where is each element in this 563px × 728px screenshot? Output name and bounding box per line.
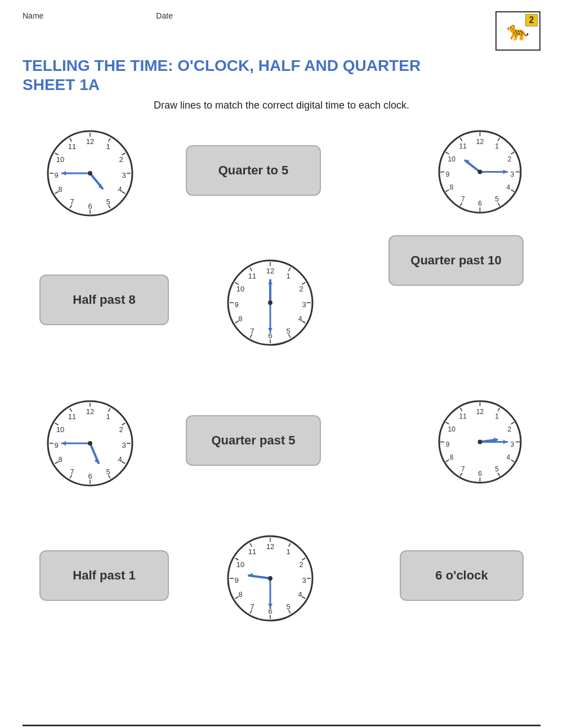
svg-text:2: 2 (119, 426, 123, 434)
svg-text:1: 1 (495, 143, 499, 151)
svg-text:11: 11 (248, 548, 256, 556)
svg-text:2: 2 (299, 285, 303, 294)
svg-text:12: 12 (476, 138, 484, 146)
svg-text:6: 6 (478, 200, 482, 208)
svg-text:7: 7 (70, 198, 74, 206)
svg-point-180 (268, 576, 272, 581)
clock-6: 12 1 2 3 4 5 6 7 8 9 10 11 (225, 533, 315, 623)
svg-text:5: 5 (106, 468, 110, 477)
svg-text:12: 12 (86, 408, 94, 416)
svg-text:3: 3 (122, 172, 126, 180)
clock-3: 12 1 2 3 4 5 6 7 8 9 10 11 (225, 258, 315, 348)
svg-text:9: 9 (446, 170, 450, 178)
svg-text:8: 8 (58, 186, 62, 194)
svg-text:10: 10 (56, 156, 64, 164)
svg-text:1: 1 (106, 413, 110, 421)
svg-text:7: 7 (461, 465, 465, 473)
svg-text:5: 5 (286, 327, 290, 336)
svg-text:8: 8 (238, 315, 242, 323)
svg-text:3: 3 (122, 442, 126, 450)
svg-text:7: 7 (461, 195, 465, 203)
svg-text:4: 4 (298, 591, 302, 599)
svg-point-120 (88, 441, 92, 446)
svg-text:10: 10 (448, 155, 455, 163)
svg-text:3: 3 (302, 577, 306, 585)
svg-text:10: 10 (448, 425, 455, 433)
svg-text:1: 1 (495, 413, 499, 421)
svg-text:11: 11 (68, 413, 76, 421)
svg-text:9: 9 (446, 441, 450, 448)
svg-text:5: 5 (286, 603, 290, 612)
label-quarter-past-10: Quarter past 10 (388, 235, 524, 286)
svg-text:4: 4 (506, 183, 510, 191)
date-label: Date (156, 11, 173, 20)
clock-5: 12 1 2 3 4 5 6 7 8 9 10 11 (436, 398, 524, 486)
svg-text:1: 1 (286, 548, 290, 556)
logo-box: 2 🐆 (495, 11, 540, 51)
svg-text:5: 5 (495, 195, 499, 203)
svg-text:3: 3 (511, 441, 515, 448)
label-6-oclock: 6 o'clock (400, 550, 524, 601)
svg-point-60 (477, 170, 482, 174)
svg-text:5: 5 (106, 198, 110, 206)
svg-text:7: 7 (250, 327, 254, 336)
svg-text:5: 5 (495, 465, 499, 473)
name-label: Name (23, 11, 43, 20)
svg-text:7: 7 (250, 603, 254, 612)
svg-text:8: 8 (238, 591, 242, 599)
svg-text:6: 6 (478, 470, 482, 478)
svg-text:9: 9 (234, 577, 238, 585)
svg-text:12: 12 (476, 408, 484, 416)
svg-point-30 (88, 171, 92, 176)
svg-text:2: 2 (119, 156, 123, 164)
svg-text:2: 2 (507, 155, 511, 163)
svg-text:10: 10 (236, 561, 244, 569)
svg-text:10: 10 (56, 426, 64, 434)
svg-point-150 (477, 440, 482, 444)
svg-text:9: 9 (54, 172, 58, 180)
svg-text:9: 9 (54, 442, 58, 450)
label-half-past-8: Half past 8 (39, 275, 169, 325)
svg-text:6: 6 (88, 473, 92, 481)
svg-text:3: 3 (302, 301, 306, 309)
svg-text:8: 8 (450, 453, 454, 461)
svg-text:8: 8 (450, 183, 454, 191)
svg-text:9: 9 (234, 301, 238, 309)
svg-text:4: 4 (118, 186, 122, 194)
clock-1: 12 1 2 3 4 5 6 7 8 9 10 11 (45, 128, 135, 218)
svg-text:6: 6 (88, 203, 92, 211)
label-quarter-to-5: Quarter to 5 (186, 145, 321, 196)
svg-text:7: 7 (70, 468, 74, 477)
svg-text:1: 1 (286, 272, 290, 281)
svg-text:12: 12 (86, 138, 94, 146)
clock-4: 12 1 2 3 4 5 6 7 8 9 10 11 (45, 398, 135, 488)
svg-text:4: 4 (298, 315, 302, 323)
svg-text:1: 1 (106, 143, 110, 151)
svg-text:11: 11 (459, 413, 467, 421)
label-half-past-1: Half past 1 (39, 550, 169, 601)
svg-text:2: 2 (299, 561, 303, 569)
svg-text:4: 4 (118, 456, 122, 464)
svg-text:8: 8 (58, 456, 62, 464)
clock-2: 12 1 2 3 4 5 6 7 8 9 10 11 (436, 128, 524, 215)
page-title: TELLING THE TIME: O'CLOCK, HALF AND QUAR… (23, 56, 540, 94)
svg-text:11: 11 (68, 143, 76, 151)
logo-number: 2 (525, 14, 538, 26)
svg-text:10: 10 (236, 285, 244, 294)
subtitle: Draw lines to match the correct digital … (23, 100, 540, 111)
svg-text:11: 11 (248, 272, 256, 281)
svg-text:11: 11 (459, 143, 467, 151)
label-quarter-past-5: Quarter past 5 (186, 415, 321, 466)
svg-text:12: 12 (266, 267, 274, 276)
svg-text:6: 6 (268, 332, 272, 340)
svg-point-90 (268, 300, 272, 305)
svg-text:3: 3 (511, 170, 515, 178)
svg-text:6: 6 (268, 608, 272, 616)
svg-text:2: 2 (507, 425, 511, 433)
svg-text:12: 12 (266, 543, 274, 551)
svg-text:4: 4 (506, 453, 510, 461)
